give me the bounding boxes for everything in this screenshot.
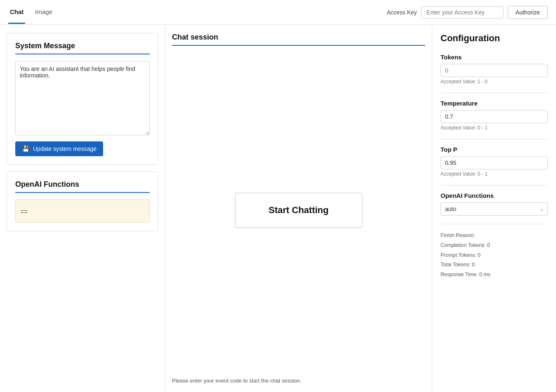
access-key-input[interactable] <box>421 6 504 19</box>
chat-session-body: Start Chatting <box>172 46 425 374</box>
tokens-section: Tokens Accepted Value: 1 - 0 <box>441 54 548 85</box>
config-openai-functions-label: OpenAI Functions <box>441 192 548 199</box>
response-time: Response Time: 0 ms <box>441 270 548 280</box>
start-chatting-button[interactable]: Start Chatting <box>235 193 362 228</box>
divider-1 <box>441 93 548 93</box>
header-right: Access Key Authorize <box>387 6 548 19</box>
header: Chat Image Access Key Authorize <box>0 0 556 25</box>
stats-block: Finish Reason: Completion Tokens: 0 Prom… <box>441 231 548 280</box>
top-p-hint: Accepted Value: 0 - 1 <box>441 171 548 177</box>
config-openai-functions-section: OpenAI Functions auto none function ⌄ <box>441 192 548 216</box>
completion-tokens: Completion Tokens: 0 <box>441 241 548 251</box>
openai-functions-card: OpenAI Functions ▭ <box>7 171 158 231</box>
chat-session-title: Chat session <box>172 33 425 46</box>
temperature-input[interactable] <box>441 110 548 123</box>
tokens-label: Tokens <box>441 54 548 61</box>
header-tabs: Chat Image <box>8 1 54 24</box>
divider-2 <box>441 139 548 139</box>
total-tokens: Total Tokens: 0 <box>441 260 548 270</box>
tab-image[interactable]: Image <box>33 1 54 24</box>
tokens-input[interactable] <box>441 64 548 77</box>
temperature-section: Temperature Accepted Value: 0 - 1 <box>441 100 548 131</box>
openai-functions-select[interactable]: auto none function <box>441 202 548 216</box>
left-panel: System Message You are an AI assistant t… <box>0 25 165 392</box>
right-panel: Configuration Tokens Accepted Value: 1 -… <box>432 25 556 392</box>
tab-chat[interactable]: Chat <box>8 1 25 24</box>
authorize-button[interactable]: Authorize <box>508 6 548 19</box>
openai-functions-select-wrapper: auto none function ⌄ <box>441 202 548 216</box>
tokens-hint: Accepted Value: 1 - 0 <box>441 79 548 85</box>
system-message-textarea[interactable]: You are an AI assistant that helps peopl… <box>15 61 150 135</box>
openai-functions-title: OpenAI Functions <box>15 180 150 193</box>
update-button-label: Update system message <box>33 146 97 152</box>
system-message-title: System Message <box>15 42 150 54</box>
main-layout: System Message You are an AI assistant t… <box>0 25 556 392</box>
chat-footer-note: Please enter your event code to start th… <box>172 374 425 384</box>
middle-panel: Chat session Start Chatting Please enter… <box>165 25 432 392</box>
top-p-section: Top P Accepted Value: 0 - 1 <box>441 146 548 177</box>
temperature-label: Temperature <box>441 100 548 107</box>
finish-reason: Finish Reason: <box>441 231 548 241</box>
access-key-label: Access Key <box>387 9 417 16</box>
divider-4 <box>441 224 548 224</box>
temperature-hint: Accepted Value: 0 - 1 <box>441 125 548 131</box>
prompt-tokens: Prompt Tokens: 0 <box>441 251 548 261</box>
function-icon: ▭ <box>21 207 28 216</box>
divider-3 <box>441 185 548 185</box>
openai-functions-area: ▭ <box>15 200 150 223</box>
configuration-title: Configuration <box>441 33 548 44</box>
update-system-message-button[interactable]: 💾 Update system message <box>15 141 103 156</box>
system-message-card: System Message You are an AI assistant t… <box>7 33 158 165</box>
top-p-label: Top P <box>441 146 548 153</box>
save-icon: 💾 <box>22 145 30 153</box>
top-p-input[interactable] <box>441 156 548 169</box>
